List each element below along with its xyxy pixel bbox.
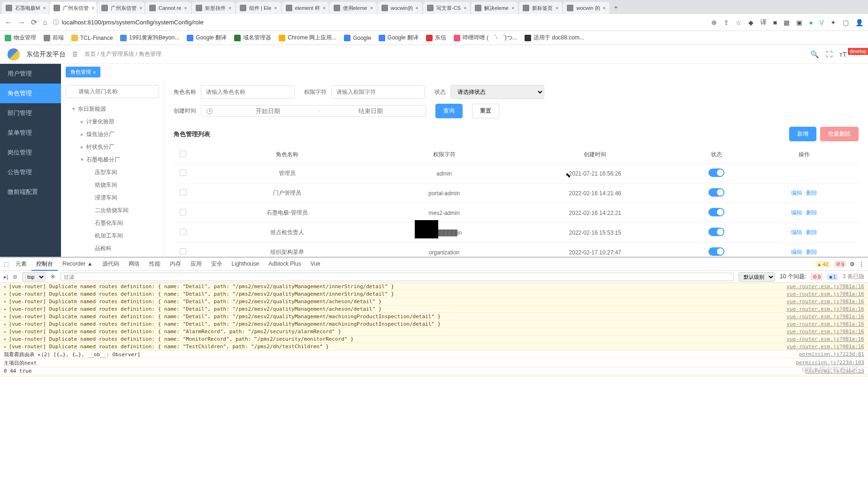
ext1-icon[interactable]: ◆	[748, 19, 754, 26]
hamburger-icon[interactable]: ☰	[72, 51, 78, 58]
browser-tab[interactable]: wocwin的×	[378, 2, 423, 14]
zoom-icon[interactable]: ⊕	[711, 19, 717, 26]
tabs-icon[interactable]: ▢	[843, 19, 849, 26]
bookmark-item[interactable]: 1991黄家驹Beyon...	[120, 34, 179, 42]
browser-tab[interactable]: 广州东信管×	[50, 2, 97, 14]
tree-node[interactable]: 焙烧车间	[66, 179, 159, 191]
console-src-link[interactable]: vue-router.esm.js?081a:16	[786, 283, 864, 290]
browser-tab[interactable]: 新标签页×	[519, 2, 562, 14]
translate-icon[interactable]: 译	[760, 18, 767, 27]
close-icon[interactable]: ×	[323, 5, 326, 11]
tree-node[interactable]: 机加工车间	[66, 230, 159, 242]
search-icon[interactable]: 🔍	[810, 50, 819, 59]
scope-select[interactable]: top	[22, 272, 46, 282]
share-icon[interactable]: ⇪	[723, 19, 729, 26]
status-select[interactable]: 请选择状态	[450, 85, 544, 99]
issue-err[interactable]: ⊘ 9	[811, 273, 822, 280]
level-select[interactable]: 默认级别	[739, 272, 775, 282]
close-icon[interactable]: ×	[228, 5, 231, 11]
row-checkbox[interactable]	[180, 169, 186, 176]
new-tab-button[interactable]: +	[610, 4, 622, 11]
console-src-link[interactable]: vue-router.esm.js?081a:16	[786, 321, 864, 327]
home-button[interactable]: ⌂	[43, 18, 47, 27]
bookmark-item[interactable]: 前端	[44, 34, 64, 42]
more-icon[interactable]: ⋮	[859, 261, 864, 268]
filter-input[interactable]	[61, 273, 734, 281]
console-src-link[interactable]: vue-router.esm.js?081a:16	[786, 336, 864, 342]
sidebar-item[interactable]: 公告管理	[0, 162, 61, 182]
browser-tab[interactable]: element 样×	[282, 2, 329, 14]
search-button[interactable]: 查询	[435, 104, 463, 118]
ext4-icon[interactable]: ▣	[796, 19, 802, 26]
devtools-tab[interactable]: 性能	[145, 258, 165, 270]
devtools-tab[interactable]: 控制台	[31, 258, 58, 271]
status-switch[interactable]	[708, 228, 724, 236]
font-size-icon[interactable]: тT	[839, 50, 847, 59]
date-end-input[interactable]	[320, 107, 421, 115]
close-icon[interactable]: ×	[93, 69, 96, 75]
bookmark-item[interactable]: Google 翻译	[379, 34, 419, 42]
bookmark-item[interactable]: Google 翻译	[187, 34, 227, 42]
tree-node[interactable]: 浸渍车间	[66, 191, 159, 204]
console-src-link[interactable]: vue-router.esm.js?081a:16	[786, 344, 864, 350]
bookmark-item[interactable]: 域名管理器	[234, 34, 271, 42]
close-icon[interactable]: ×	[139, 5, 142, 11]
tree-node[interactable]: 压型车间	[66, 166, 159, 179]
back-button[interactable]: ←	[5, 18, 12, 27]
sidebar-item[interactable]: 部门管理	[0, 103, 61, 123]
devtools-tab[interactable]: Lighthouse	[227, 258, 264, 270]
reload-button[interactable]: ⟳	[31, 18, 37, 27]
puzzle-icon[interactable]: ✦	[830, 19, 836, 26]
close-icon[interactable]: ×	[416, 5, 419, 11]
console-src-link[interactable]: vue-router.esm.js?081a:16	[786, 314, 864, 320]
delete-link[interactable]: 删除	[806, 209, 817, 216]
row-checkbox[interactable]	[180, 229, 186, 235]
browser-tab[interactable]: 矩形挂件×	[192, 2, 235, 14]
console-src-link[interactable]: vue-router.esm.js?081a:16	[786, 306, 864, 312]
status-switch[interactable]	[708, 168, 724, 177]
issue-info[interactable]: ■ 1	[827, 274, 838, 280]
devtools-tab[interactable]: 应用	[186, 258, 206, 270]
toggle-icon[interactable]: ▸|	[4, 274, 8, 280]
devtools-tab[interactable]: Adblock Plus	[264, 258, 305, 270]
row-checkbox[interactable]	[180, 209, 186, 215]
browser-tab[interactable]: Cannot re×	[145, 2, 191, 14]
close-icon[interactable]: ×	[91, 5, 94, 11]
inspect-icon[interactable]: ⬚	[4, 261, 9, 268]
ext5-icon[interactable]: ●	[809, 19, 813, 26]
console-src-link[interactable]: permission.js?223d:81	[799, 351, 864, 358]
avatar-icon[interactable]: 👤	[855, 19, 863, 26]
tree-node[interactable]: ▾东日新能源	[66, 103, 159, 115]
checkbox-all[interactable]	[180, 151, 186, 157]
add-button[interactable]: 新增	[789, 127, 816, 141]
browser-tab[interactable]: 广州东信管×	[98, 2, 145, 14]
tree-search-input[interactable]	[66, 85, 159, 98]
delete-link[interactable]: 删除	[806, 249, 817, 255]
status-switch[interactable]	[708, 247, 724, 256]
browser-tab[interactable]: 使用eleme×	[330, 2, 377, 14]
star-icon[interactable]: ☆	[736, 19, 742, 26]
devtools-tab[interactable]: 源代码	[98, 258, 124, 270]
close-icon[interactable]: ×	[556, 5, 558, 11]
console-src-link[interactable]: vue-router.esm.js?081a:16	[786, 291, 864, 297]
err-badge[interactable]: ⊘ 9	[834, 260, 846, 268]
edit-link[interactable]: 编辑	[791, 209, 802, 216]
devtools-tab[interactable]: 安全	[206, 258, 227, 270]
tree-node[interactable]: 石墨化车间	[66, 217, 159, 230]
perm-input[interactable]	[331, 85, 425, 99]
url-bar[interactable]: ⓘ localhost:8100/pms/systemConfig/system…	[53, 18, 706, 27]
close-icon[interactable]: ×	[511, 5, 514, 11]
browser-tab[interactable]: 写文章-CS×	[423, 2, 470, 14]
bookmark-item[interactable]: 适用于 doc88.com...	[525, 34, 584, 42]
console-src-link[interactable]: vue-router.esm.js?081a:16	[786, 298, 864, 305]
clear-icon[interactable]: ⊘	[13, 274, 17, 280]
name-input[interactable]	[201, 85, 295, 99]
date-range[interactable]: 🕒 -	[201, 105, 426, 117]
edit-link[interactable]: 编辑	[791, 190, 802, 196]
browser-tab[interactable]: wocwin 的×	[563, 2, 609, 14]
delete-link[interactable]: 删除	[806, 229, 817, 236]
devtools-tab[interactable]: 内存	[165, 258, 186, 270]
bookmark-item[interactable]: 哔哩哔哩 ( ゜- ゜)つ...	[454, 34, 517, 42]
browser-tab[interactable]: 解决eleme×	[471, 2, 518, 14]
fullscreen-icon[interactable]: ⛶	[826, 50, 833, 59]
